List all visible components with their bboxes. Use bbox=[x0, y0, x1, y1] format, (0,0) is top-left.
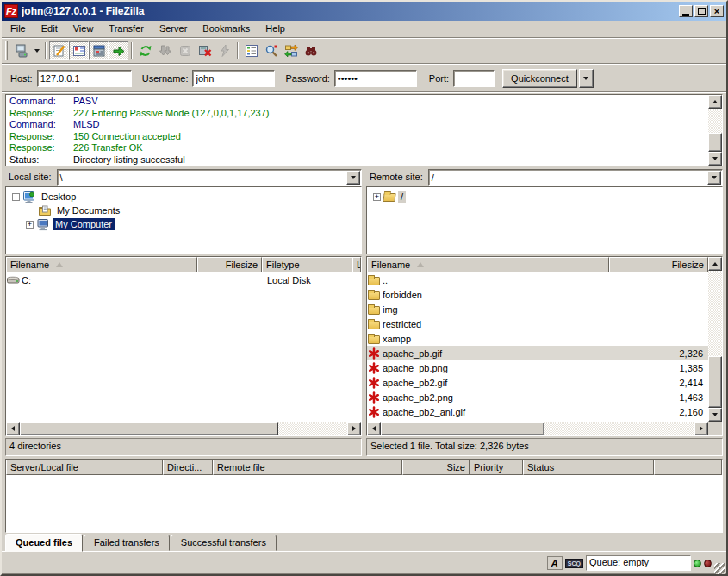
menu-help[interactable]: Help bbox=[258, 22, 293, 36]
find-files-button[interactable] bbox=[301, 41, 320, 60]
remote-list-vscrollbar[interactable] bbox=[708, 257, 722, 422]
column-header-server-local-file[interactable]: Server/Local file bbox=[6, 460, 163, 475]
column-header-direction[interactable]: Directi... bbox=[163, 460, 213, 475]
scrollbar-track[interactable] bbox=[708, 271, 722, 408]
toggle-queue-button[interactable] bbox=[109, 41, 128, 60]
transfer-type-indicator[interactable]: A bbox=[547, 556, 563, 570]
column-header-remote-file[interactable]: Remote file bbox=[213, 460, 402, 475]
expand-toggle[interactable]: + bbox=[373, 193, 381, 201]
tree-item-my-computer[interactable]: + My Computer bbox=[6, 217, 361, 231]
column-header-filetype[interactable]: Filetype bbox=[262, 257, 352, 272]
remote-file-row[interactable]: .. bbox=[367, 272, 708, 287]
tab-successful-transfers[interactable]: Successful transfers bbox=[171, 535, 277, 551]
remote-file-row[interactable]: apache_pb.png1,385 bbox=[367, 360, 708, 375]
scroll-up-button[interactable] bbox=[708, 257, 722, 271]
tab-queued-files[interactable]: Queued files bbox=[5, 534, 83, 552]
local-treeview-icon bbox=[72, 44, 86, 58]
host-input[interactable] bbox=[37, 70, 132, 87]
menu-edit[interactable]: Edit bbox=[34, 22, 65, 36]
menu-bookmarks[interactable]: Bookmarks bbox=[195, 22, 258, 36]
quickconnect-button[interactable]: Quickconnect bbox=[502, 69, 577, 88]
quickconnect-bar: Host: Username: Password: Port: Quickcon… bbox=[2, 65, 726, 91]
column-header-filename[interactable]: Filename bbox=[6, 257, 197, 272]
menu-view[interactable]: View bbox=[65, 22, 102, 36]
cancel-operation-button[interactable] bbox=[175, 41, 195, 60]
tab-failed-transfers[interactable]: Failed transfers bbox=[84, 535, 170, 551]
column-header-status[interactable]: Status bbox=[523, 460, 654, 475]
scrollbar-track[interactable] bbox=[381, 422, 694, 435]
queue-body[interactable] bbox=[6, 475, 722, 532]
column-header-lastmodified[interactable]: L bbox=[352, 257, 361, 272]
remote-file-row[interactable]: forbidden bbox=[367, 287, 708, 302]
column-header-filesize[interactable]: Filesize bbox=[197, 257, 262, 272]
scroll-right-button[interactable] bbox=[347, 422, 361, 435]
tree-item-desktop[interactable]: - Desktop bbox=[6, 190, 361, 203]
scrollbar-thumb[interactable] bbox=[708, 356, 722, 408]
local-list-hscrollbar[interactable] bbox=[6, 422, 361, 435]
port-input[interactable] bbox=[453, 70, 495, 87]
remote-site-combo-arrow[interactable] bbox=[707, 171, 721, 185]
speed-limit-badge-icon[interactable]: SCQ bbox=[565, 559, 583, 568]
log-line: Command:PASV bbox=[9, 96, 708, 108]
remote-file-row-selected[interactable]: apache_pb.gif2,326 bbox=[367, 346, 708, 360]
refresh-icon bbox=[139, 44, 152, 58]
username-input[interactable] bbox=[192, 70, 275, 87]
tree-item-root[interactable]: + / bbox=[367, 190, 722, 203]
toggle-remote-tree-button[interactable] bbox=[89, 41, 109, 60]
remote-file-row[interactable]: img bbox=[367, 302, 708, 316]
minimize-button[interactable] bbox=[679, 5, 693, 17]
process-queue-button[interactable] bbox=[155, 41, 175, 60]
scroll-left-button[interactable] bbox=[6, 422, 20, 435]
column-header-filesize[interactable]: Filesize bbox=[609, 257, 708, 272]
scrollbar-thumb[interactable] bbox=[20, 422, 278, 435]
menu-file[interactable]: File bbox=[3, 22, 34, 36]
folder-icon bbox=[368, 306, 380, 315]
scroll-down-button[interactable] bbox=[708, 408, 722, 422]
site-manager-button[interactable] bbox=[11, 41, 31, 60]
tree-item-my-documents[interactable]: My Documents bbox=[6, 203, 361, 217]
scrollbar-track[interactable] bbox=[20, 422, 347, 435]
scroll-left-button[interactable] bbox=[367, 422, 381, 435]
scroll-right-button[interactable] bbox=[694, 422, 708, 435]
local-site-combo-arrow[interactable] bbox=[346, 171, 360, 185]
remote-file-row[interactable]: apache_pb2_ani.gif2,160 bbox=[367, 404, 708, 419]
remote-file-row[interactable]: apache_pb2.gif2,414 bbox=[367, 375, 708, 390]
scrollbar-track[interactable] bbox=[708, 109, 722, 152]
remote-list-hscrollbar[interactable] bbox=[367, 422, 722, 435]
remote-file-row[interactable]: restricted bbox=[367, 316, 708, 331]
toggle-message-log-button[interactable] bbox=[49, 41, 69, 60]
arrow-down-icon bbox=[712, 413, 718, 416]
menu-server[interactable]: Server bbox=[152, 22, 195, 36]
directory-filters-button[interactable] bbox=[241, 41, 261, 60]
local-site-combo[interactable]: \ bbox=[57, 169, 362, 186]
expand-toggle[interactable]: + bbox=[26, 221, 34, 229]
password-input[interactable] bbox=[334, 70, 417, 87]
scroll-down-button[interactable] bbox=[708, 152, 722, 166]
local-file-row[interactable]: C: Local Disk bbox=[6, 272, 361, 287]
disconnect-button[interactable] bbox=[195, 41, 215, 60]
titlebar[interactable]: Fz john@127.0.0.1 - FileZilla × bbox=[2, 2, 726, 21]
scroll-up-button[interactable] bbox=[708, 95, 722, 109]
resize-grip[interactable] bbox=[714, 563, 725, 574]
scrollbar-thumb[interactable] bbox=[708, 133, 722, 152]
site-manager-dropdown[interactable] bbox=[31, 41, 42, 60]
quickconnect-dropdown[interactable] bbox=[579, 69, 594, 88]
refresh-button[interactable] bbox=[135, 41, 155, 60]
remote-file-row[interactable]: apache_pb2.png1,463 bbox=[367, 390, 708, 404]
reconnect-button[interactable] bbox=[215, 41, 234, 60]
scrollbar-thumb[interactable] bbox=[381, 422, 544, 435]
remote-treeview-icon bbox=[92, 44, 106, 58]
log-scrollbar[interactable] bbox=[708, 95, 722, 166]
column-header-size[interactable]: Size bbox=[402, 460, 470, 475]
menu-transfer[interactable]: Transfer bbox=[101, 22, 152, 36]
remote-site-combo[interactable]: / bbox=[428, 169, 723, 186]
collapse-toggle[interactable]: - bbox=[12, 193, 20, 201]
maximize-button[interactable] bbox=[694, 5, 708, 17]
toggle-local-tree-button[interactable] bbox=[69, 41, 89, 60]
remote-file-row[interactable]: xampp bbox=[367, 331, 708, 346]
synchronized-browsing-button[interactable] bbox=[281, 41, 301, 60]
column-header-filename[interactable]: Filename bbox=[367, 257, 609, 272]
directory-comparison-button[interactable] bbox=[261, 41, 281, 60]
close-button[interactable]: × bbox=[710, 5, 724, 17]
column-header-priority[interactable]: Priority bbox=[470, 460, 523, 475]
